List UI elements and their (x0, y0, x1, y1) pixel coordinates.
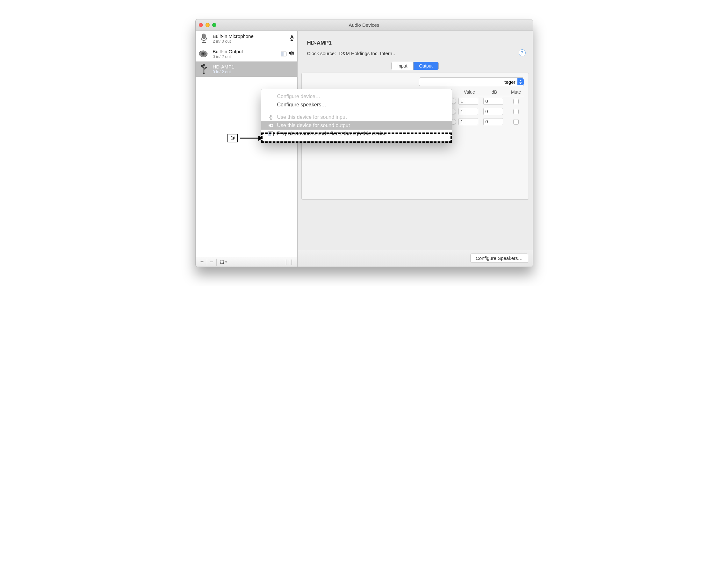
chevron-down-icon: ▾ (225, 260, 227, 264)
svg-marker-9 (289, 51, 291, 55)
resize-grip-icon[interactable]: ⎢⎢⎢ (285, 260, 295, 265)
svg-marker-24 (519, 80, 522, 81)
device-channels: 2 in/ 0 out (213, 39, 286, 44)
menu-configure-device: Configure device… (261, 93, 452, 101)
svg-marker-25 (519, 82, 522, 84)
svg-line-22 (220, 263, 221, 263)
device-channels: 0 in/ 2 out (213, 70, 294, 74)
detail-panel: HD-AMP1 Clock source: D&M Holdings Inc. … (297, 31, 533, 267)
col-db: dB (483, 89, 505, 95)
menu-use-sound-output[interactable]: Use this device for sound output (261, 121, 452, 130)
value-field[interactable]: 1 (459, 98, 478, 105)
menu-use-sound-input: Use this device for sound input (261, 113, 452, 121)
zoom-button[interactable] (212, 23, 216, 27)
value-field[interactable]: 1 (459, 118, 478, 125)
svg-point-13 (205, 67, 207, 69)
db-field[interactable]: 0 (483, 118, 503, 125)
window-controls (199, 23, 216, 27)
format-visible-text: teger (504, 79, 517, 85)
svg-point-15 (221, 261, 223, 263)
mute-checkbox[interactable] (513, 99, 519, 104)
arrow-icon (240, 138, 262, 138)
svg-point-8 (202, 53, 204, 55)
svg-rect-26 (270, 115, 271, 117)
mute-checkbox[interactable] (513, 119, 519, 125)
system-alerts-icon (281, 52, 286, 56)
svg-rect-3 (291, 35, 293, 38)
svg-line-21 (223, 263, 224, 263)
clock-source-value: D&M Holdings Inc. Intern… (339, 51, 397, 56)
col-mute: Mute (508, 89, 524, 95)
speaker-icon (268, 123, 274, 128)
sidebar-toolbar: + − ▾ ⎢⎢⎢ (196, 257, 297, 267)
device-list: Built-in Microphone 2 in/ 0 out (196, 31, 297, 257)
window-title: Audio Devices (196, 22, 533, 28)
add-device-button[interactable]: + (198, 259, 207, 266)
db-field[interactable]: 0 (483, 108, 503, 115)
svg-rect-0 (202, 34, 206, 39)
menu-configure-speakers[interactable]: Configure speakers… (261, 101, 452, 109)
callout-number: ③ (228, 134, 238, 142)
mic-icon (268, 115, 274, 120)
tab-input[interactable]: Input (392, 62, 413, 70)
col-value: Value (459, 89, 481, 95)
tab-output[interactable]: Output (414, 62, 438, 70)
device-actions-button[interactable]: ▾ (217, 259, 230, 266)
svg-line-23 (223, 261, 224, 261)
svg-rect-12 (201, 65, 203, 67)
db-field[interactable]: 0 (483, 98, 503, 105)
select-stepper-icon (517, 78, 524, 85)
annotation-callout: ③ (228, 134, 262, 142)
device-sidebar: Built-in Microphone 2 in/ 0 out (196, 31, 297, 267)
selected-device-title: HD-AMP1 (307, 40, 523, 46)
titlebar: Audio Devices (196, 20, 533, 31)
usb-icon (198, 63, 210, 75)
close-button[interactable] (199, 23, 203, 27)
device-channels: 0 in/ 2 out (213, 54, 278, 59)
value-field[interactable]: 1 (459, 108, 478, 115)
io-tabs: Input Output (391, 62, 438, 70)
svg-point-10 (203, 64, 205, 66)
device-builtin-microphone[interactable]: Built-in Microphone 2 in/ 0 out (196, 31, 297, 46)
svg-marker-14 (203, 73, 205, 75)
svg-marker-29 (268, 124, 271, 127)
device-context-menu: Configure device… Configure speakers… Us… (261, 89, 452, 141)
format-select[interactable]: teger (419, 77, 524, 86)
remove-device-button[interactable]: − (207, 259, 217, 266)
minimize-button[interactable] (206, 23, 210, 27)
speaker-icon (198, 48, 210, 59)
device-name: Built-in Output (213, 49, 278, 54)
device-hdamp1[interactable]: HD-AMP1 0 in/ 2 out (196, 61, 297, 77)
configure-speakers-button[interactable]: Configure Speakers… (470, 254, 528, 263)
help-button[interactable]: ? (519, 49, 526, 56)
menu-play-alerts[interactable]: Play alerts and sound effects through th… (261, 130, 452, 138)
mic-badge-icon (290, 35, 294, 42)
microphone-icon (198, 33, 210, 44)
device-builtin-output[interactable]: Built-in Output 0 in/ 2 out (196, 46, 297, 61)
svg-line-20 (220, 261, 221, 261)
device-name: HD-AMP1 (213, 64, 294, 70)
device-name: Built-in Microphone (213, 33, 286, 39)
mute-checkbox[interactable] (513, 109, 519, 114)
audio-devices-window: Audio Devices Built-in Microphone (195, 19, 533, 267)
clock-source-label: Clock source: (307, 51, 336, 56)
finder-icon (268, 132, 274, 136)
sound-output-icon (288, 51, 294, 57)
